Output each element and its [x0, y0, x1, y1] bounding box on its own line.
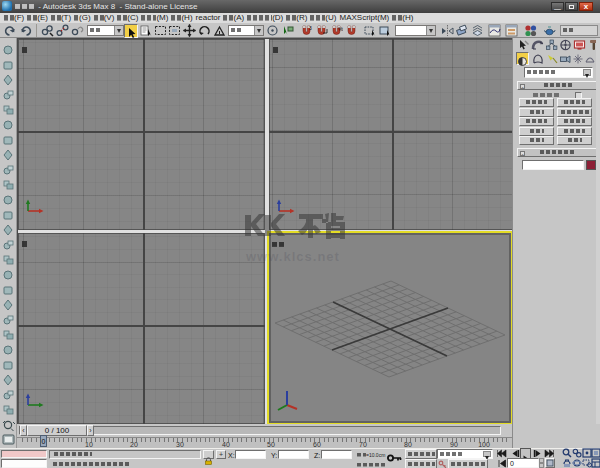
svg-text:%: %: [338, 26, 343, 32]
svg-text:3: 3: [309, 25, 312, 31]
